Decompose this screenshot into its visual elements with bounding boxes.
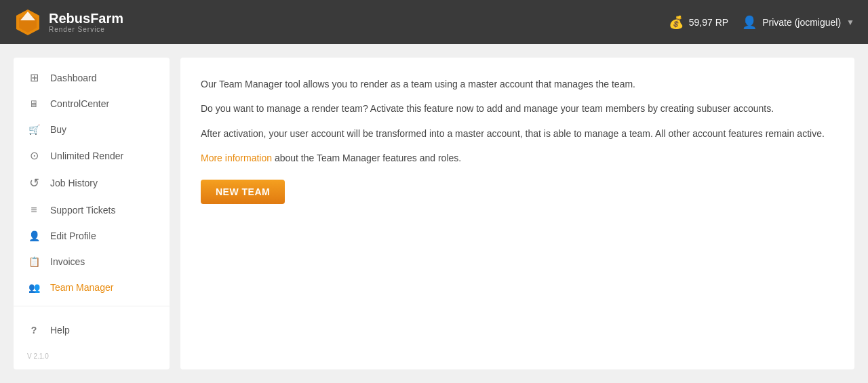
sidebar-item-label-support: Support Tickets — [50, 205, 116, 216]
content-para3: After activation, your user account will… — [201, 126, 834, 141]
sidebar-item-label-buy: Buy — [50, 124, 66, 135]
buy-icon — [27, 123, 41, 136]
sidebar-item-label-controlcenter: ControlCenter — [50, 98, 109, 109]
user-icon: 👤 — [742, 15, 757, 30]
sidebar-item-label-help: Help — [50, 325, 70, 336]
sidebar-item-help[interactable]: Help — [14, 317, 170, 343]
sidebar-item-dashboard[interactable]: Dashboard — [14, 64, 170, 91]
content-para1: Our Team Manager tool allows you to rend… — [201, 77, 834, 92]
dropdown-arrow-icon: ▼ — [846, 18, 854, 27]
help-icon — [27, 324, 41, 336]
sidebar-version: V 2.1.0 — [14, 350, 170, 363]
logo-sub: Render Service — [49, 26, 123, 33]
sidebar-item-label-edit-profile: Edit Profile — [50, 230, 96, 241]
sidebar-nav: Dashboard ControlCenter Buy Unlimited Re… — [14, 64, 170, 302]
invoices-icon — [27, 256, 41, 268]
coins-amount: 59,97 RP — [689, 17, 728, 28]
sidebar-item-label-dashboard: Dashboard — [50, 73, 97, 83]
main-layout: Dashboard ControlCenter Buy Unlimited Re… — [0, 44, 868, 383]
user-menu[interactable]: 👤 Private (jocmiguel) ▼ — [742, 15, 854, 30]
sidebar-item-label-job-history: Job History — [50, 178, 98, 188]
sidebar-item-edit-profile[interactable]: Edit Profile — [14, 223, 170, 249]
logo-name: RebusFarm — [49, 11, 123, 26]
content-para2: Do you want to manage a render team? Act… — [201, 101, 834, 116]
sidebar-item-team-manager[interactable]: Team Manager — [14, 275, 170, 300]
sidebar-item-label-team-manager: Team Manager — [50, 282, 113, 293]
sidebar-item-invoices[interactable]: Invoices — [14, 249, 170, 275]
sidebar-divider — [14, 306, 170, 306]
sidebar-item-label-unlimited: Unlimited Render — [50, 150, 123, 161]
sidebar-item-label-invoices: Invoices — [50, 256, 85, 267]
controlcenter-icon — [27, 98, 41, 110]
sidebar-help-section: Help — [14, 310, 170, 350]
app-header: RebusFarm Render Service 💰 59,97 RP 👤 Pr… — [0, 0, 868, 44]
job-history-icon — [27, 176, 41, 190]
edit-profile-icon — [27, 230, 41, 242]
user-name: Private (jocmiguel) — [762, 17, 841, 28]
sidebar: Dashboard ControlCenter Buy Unlimited Re… — [14, 58, 170, 369]
sidebar-item-controlcenter[interactable]: ControlCenter — [14, 91, 170, 117]
new-team-button[interactable]: NEW TEAM — [201, 180, 285, 204]
sidebar-item-job-history[interactable]: Job History — [14, 169, 170, 197]
main-content: Our Team Manager tool allows you to rend… — [180, 58, 854, 369]
logo-icon — [14, 8, 42, 37]
content-link-suffix: about the Team Manager features and role… — [272, 153, 461, 163]
dashboard-icon — [27, 71, 41, 84]
sidebar-item-buy[interactable]: Buy — [14, 117, 170, 142]
coins-area: 💰 59,97 RP — [669, 15, 728, 30]
team-manager-icon — [27, 281, 41, 294]
more-information-link[interactable]: More information — [201, 153, 272, 163]
support-tickets-icon — [27, 204, 41, 216]
coins-icon: 💰 — [669, 15, 684, 30]
content-para4: More information about the Team Manager … — [201, 150, 834, 165]
logo-text: RebusFarm Render Service — [49, 11, 123, 33]
header-right: 💰 59,97 RP 👤 Private (jocmiguel) ▼ — [669, 15, 854, 30]
logo: RebusFarm Render Service — [14, 8, 123, 37]
sidebar-item-support-tickets[interactable]: Support Tickets — [14, 197, 170, 223]
unlimited-render-icon — [27, 149, 41, 162]
sidebar-item-unlimited-render[interactable]: Unlimited Render — [14, 142, 170, 169]
